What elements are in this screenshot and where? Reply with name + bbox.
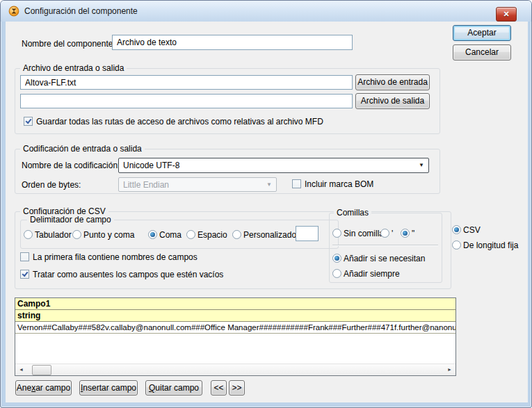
radio-sin-comillas[interactable] [332,229,341,238]
field-name-row[interactable]: Campo1 [15,298,456,310]
move-left-button[interactable]: << [211,380,227,395]
bom-checkbox[interactable] [292,179,301,188]
radio-add-if-needed[interactable] [332,254,341,263]
accept-button[interactable]: Aceptar [453,25,511,41]
radio-add-if-needed-label[interactable]: Añadir si se necesitan [344,254,425,263]
scroll-right-icon[interactable]: ► [444,364,456,375]
radio-add-always[interactable] [332,269,341,278]
first-row-names-checkbox[interactable] [20,252,29,261]
quotes-divider [332,245,438,245]
encoding-selected-value: Unicode UTF-8 [123,161,179,170]
bom-checkbox-label[interactable]: Incluir marca BOM [305,179,373,189]
first-row-names-label[interactable]: La primera fila contiene nombres de camp… [33,252,198,262]
append-field-label: Ane [17,383,31,393]
move-right-button[interactable]: >> [229,380,245,395]
radio-double-quote-label[interactable]: " [412,229,414,238]
radio-csv-format[interactable] [452,225,461,234]
output-file-field[interactable] [20,94,353,108]
radio-single-quote[interactable] [380,229,389,238]
byte-order-selected-value: Little Endian [123,180,169,190]
radio-espacio[interactable] [186,230,195,239]
input-file-button[interactable]: Archivo de entrada [355,74,430,90]
chevron-down-icon: ▼ [266,182,272,188]
radio-tabulador[interactable] [24,230,33,239]
treat-empty-missing-checkbox[interactable] [20,270,29,279]
component-name-label: Nombre del componente: [22,39,115,49]
quotes-group-title: Comillas [334,208,371,218]
relative-paths-checkbox[interactable] [24,117,33,126]
radio-personalizado-label[interactable]: Personalizado: [243,230,298,240]
title-bar[interactable]: Configuración del componente ✕ [1,1,531,22]
preview-table: Campo1 string Vernon##Callaby###582v.cal… [15,297,456,376]
radio-espacio-label[interactable]: Espacio [198,230,227,240]
radio-csv-format-label[interactable]: CSV [463,225,481,235]
chevron-down-icon: ▼ [419,163,424,168]
remove-field-mnemonic: Q [149,383,155,393]
scrollbar-thumb[interactable] [32,365,51,375]
radio-personalizado[interactable] [232,230,241,239]
radio-coma[interactable] [148,230,157,239]
byte-order-select: Little Endian ▼ [118,177,277,192]
remove-field-button[interactable]: Quitar campo [145,380,202,395]
file-group-title: Archivo de entrada o salida [20,63,127,73]
append-field-label-rest: ar campo [35,383,70,393]
radio-fixed-length-format-label[interactable]: De longitud fija [463,240,518,250]
remove-field-label-rest: uitar campo [155,383,199,393]
scroll-left-icon[interactable]: ◄ [15,364,27,375]
delimiter-group-title: Delimitador de campo [27,215,114,225]
relative-paths-label[interactable]: Guardar todas las rutas de acceso de arc… [36,117,323,127]
component-icon [8,6,19,17]
radio-coma-label[interactable]: Coma [159,230,182,240]
treat-empty-missing-label[interactable]: Tratar como ausentes los campos que esté… [33,270,223,279]
radio-double-quote[interactable] [401,229,410,238]
radio-single-quote-label[interactable]: ' [392,229,393,238]
horizontal-scrollbar[interactable]: ◄ ► [15,364,456,375]
encoding-name-label: Nombre de la codificación: [22,161,120,170]
radio-punto-y-coma-label[interactable]: Punto y coma [83,230,134,240]
radio-tabulador-label[interactable]: Tabulador [35,230,72,240]
component-name-input[interactable] [112,35,353,50]
component-settings-dialog: Configuración del componente ✕ Nombre de… [0,0,532,408]
close-button[interactable]: ✕ [496,7,517,22]
close-icon: ✕ [503,10,509,18]
encoding-select[interactable]: Unicode UTF-8 ▼ [118,158,429,173]
preview-data-row: Vernon##Callaby###582v.callaby@nanonull.… [15,322,456,334]
dialog-title: Configuración del componente [24,6,138,16]
append-field-button[interactable]: Anexar campo [15,380,72,395]
encoding-group-title: Codificación de entrada o salida [20,144,145,154]
insert-field-label-rest: nsertar campo [83,383,136,393]
input-file-field[interactable] [20,75,353,90]
custom-delimiter-input[interactable] [296,226,319,241]
radio-add-always-label[interactable]: Añadir siempre [344,269,400,279]
radio-fixed-length-format[interactable] [452,240,461,250]
cancel-button[interactable]: Cancelar [453,44,511,60]
radio-punto-y-coma[interactable] [72,230,81,239]
output-file-button[interactable]: Archivo de salida [355,93,430,109]
insert-field-button[interactable]: Insertar campo [79,380,138,395]
field-type-row[interactable]: string [15,310,456,322]
byte-order-label: Orden de bytes: [22,180,81,190]
